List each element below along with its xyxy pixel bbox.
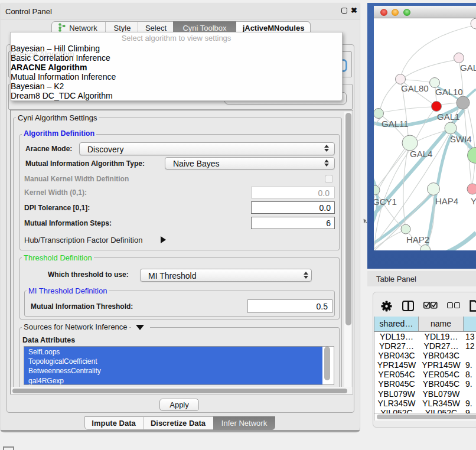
svg-text:GAL11: GAL11	[382, 119, 409, 129]
svg-text:GAL80: GAL80	[401, 83, 429, 93]
svg-text:GCY1: GCY1	[374, 197, 397, 207]
svg-text:HAP4: HAP4	[435, 196, 458, 206]
svg-text:HAP2: HAP2	[406, 234, 429, 244]
svg-text:SWI4: SWI4	[450, 134, 472, 144]
svg-text:GAL10: GAL10	[435, 87, 463, 97]
svg-text:YM: YM	[471, 196, 476, 206]
svg-text:GAL4: GAL4	[410, 149, 432, 159]
svg-text:GAL7: GAL7	[460, 63, 476, 73]
svg-text:GAL1: GAL1	[437, 112, 459, 122]
